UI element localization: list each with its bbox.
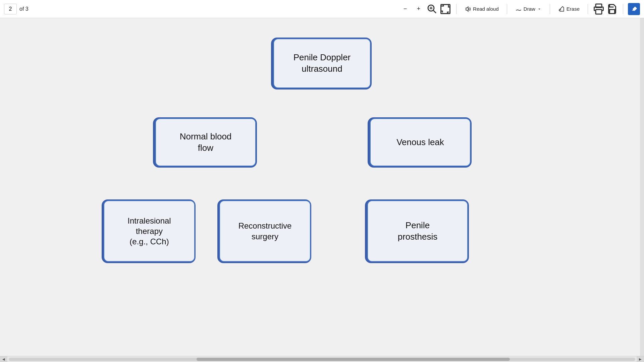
node-normal: Normal bloodflow	[150, 115, 261, 170]
page-number-input[interactable]	[4, 4, 17, 14]
separator-4	[588, 4, 588, 14]
node-reconstructive: Reconstructivesurgery	[215, 197, 315, 265]
fit-icon	[426, 3, 438, 15]
bottom-scrollbar: ◀ ▶	[0, 356, 644, 362]
draw-icon	[515, 6, 522, 12]
diagram-area: Penile Dopplerultrasound Normal bloodflo…	[80, 18, 564, 52]
fullscreen-icon	[439, 3, 451, 15]
node-root: Penile Dopplerultrasound	[268, 35, 376, 92]
pin-icon	[631, 6, 637, 12]
separator-2	[507, 4, 507, 14]
scroll-right-button[interactable]: ▶	[637, 356, 644, 362]
node-penile: Penileprosthesis	[362, 197, 473, 265]
full-screen-button[interactable]	[439, 3, 451, 15]
node-normal-front: Normal bloodflow	[155, 118, 256, 166]
svg-line-1	[433, 10, 436, 13]
draw-button[interactable]: Draw	[512, 4, 545, 14]
node-venous-front: Venous leak	[370, 118, 471, 166]
read-aloud-icon	[465, 6, 471, 12]
separator-1	[456, 4, 457, 14]
print-icon	[593, 3, 605, 15]
separator-5	[623, 4, 623, 14]
save-icon	[606, 3, 618, 15]
erase-icon	[558, 6, 565, 12]
node-intralesional: Intralesionaltherapy(e.g., CCh)	[99, 197, 200, 265]
print-button[interactable]	[593, 3, 605, 15]
scroll-track[interactable]	[9, 358, 635, 361]
erase-button[interactable]: Erase	[555, 4, 583, 14]
scroll-thumb	[197, 358, 510, 361]
separator-3	[550, 4, 550, 14]
scroll-left-button[interactable]: ◀	[0, 356, 7, 362]
node-penile-front: Penileprosthesis	[367, 200, 468, 262]
draw-chevron-icon	[537, 7, 542, 11]
read-aloud-button[interactable]: Read aloud	[461, 4, 502, 14]
node-venous: Venous leak	[365, 115, 476, 170]
node-root-front: Penile Dopplerultrasound	[273, 39, 371, 88]
zoom-in-button[interactable]: +	[413, 3, 425, 15]
node-reconstructive-front: Reconstructivesurgery	[219, 200, 311, 262]
node-intralesional-front: Intralesionaltherapy(e.g., CCh)	[104, 200, 195, 262]
pin-button[interactable]	[628, 3, 640, 15]
svg-rect-4	[596, 9, 602, 14]
main-content: Penile Dopplerultrasound Normal bloodflo…	[0, 18, 644, 356]
fit-page-button[interactable]	[426, 3, 438, 15]
save-button[interactable]	[606, 3, 618, 15]
zoom-out-button[interactable]: −	[399, 3, 411, 15]
toolbar: of 3 − + Read aloud Draw	[0, 0, 644, 18]
page-of-label: of 3	[19, 6, 29, 12]
right-scrollbar[interactable]	[640, 18, 644, 356]
